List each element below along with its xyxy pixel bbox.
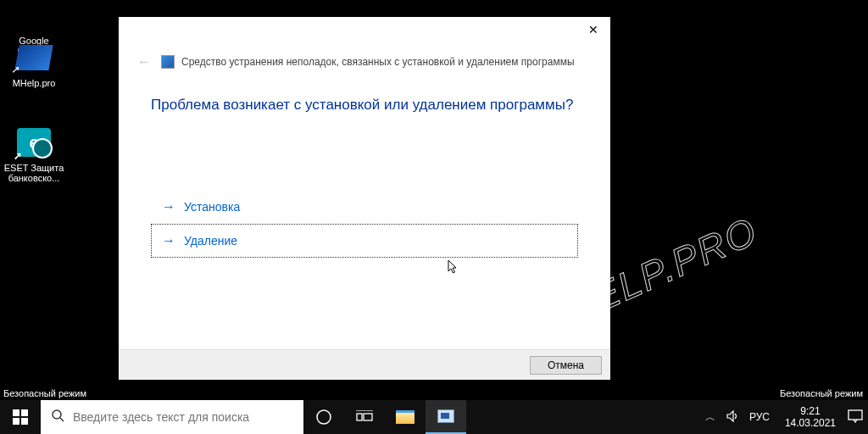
mhelp-icon bbox=[17, 41, 51, 75]
option-install[interactable]: → Установка bbox=[151, 190, 578, 224]
desktop-icon-mhelp[interactable]: MHelp.pro bbox=[2, 41, 66, 88]
search-icon bbox=[51, 409, 64, 426]
volume-icon bbox=[726, 409, 739, 423]
tray-overflow-button[interactable]: ︿ bbox=[702, 410, 719, 425]
dialog-footer: Отмена bbox=[119, 349, 610, 380]
close-button[interactable]: ✕ bbox=[576, 17, 610, 42]
cancel-button[interactable]: Отмена bbox=[530, 356, 602, 375]
desktop-icon-eset[interactable]: e ESET Защита банковско... bbox=[2, 125, 66, 183]
system-tray: ︿ РУС 9:21 14.03.2021 bbox=[697, 400, 868, 434]
svg-rect-10 bbox=[849, 410, 862, 420]
windows-logo-icon bbox=[13, 409, 28, 425]
language-indicator[interactable]: РУС bbox=[746, 411, 773, 423]
option-label: Удаление bbox=[184, 234, 237, 248]
svg-rect-7 bbox=[357, 414, 362, 420]
svg-rect-3 bbox=[21, 418, 28, 425]
taskbar-item-troubleshooter[interactable] bbox=[426, 400, 466, 434]
taskbar-time: 9:21 bbox=[785, 405, 836, 417]
dialog-header: ← Средство устранения неполадок, связанн… bbox=[119, 51, 610, 81]
svg-rect-0 bbox=[13, 409, 19, 416]
option-list: → Установка → Удаление bbox=[151, 190, 578, 258]
eset-icon: e bbox=[17, 125, 51, 159]
desktop-icon-label: ESET Защита банковско... bbox=[2, 163, 66, 183]
chevron-up-icon: ︿ bbox=[705, 411, 715, 423]
task-view-button[interactable] bbox=[344, 400, 385, 434]
option-label: Установка bbox=[184, 200, 240, 214]
arrow-right-icon: → bbox=[162, 199, 175, 214]
svg-rect-1 bbox=[21, 409, 28, 416]
chrome-icon bbox=[17, 0, 51, 32]
taskbar-spacer bbox=[466, 400, 697, 434]
taskbar-date: 14.03.2021 bbox=[785, 417, 836, 429]
taskbar: ︿ РУС 9:21 14.03.2021 bbox=[0, 400, 868, 434]
svg-rect-2 bbox=[13, 418, 19, 425]
taskbar-search[interactable] bbox=[41, 400, 303, 434]
task-view-icon bbox=[356, 410, 373, 424]
option-uninstall[interactable]: → Удаление bbox=[151, 224, 578, 258]
svg-point-4 bbox=[53, 410, 61, 419]
close-icon: ✕ bbox=[588, 23, 598, 36]
cortana-icon bbox=[315, 409, 332, 426]
action-center-icon bbox=[848, 409, 863, 423]
troubleshooter-app-icon bbox=[161, 55, 175, 69]
dialog-question: Проблема возникает с установкой или удал… bbox=[151, 97, 578, 114]
volume-button[interactable] bbox=[726, 409, 739, 426]
safe-mode-label-bl: Безопасный режим bbox=[3, 388, 86, 398]
file-explorer-icon bbox=[396, 410, 415, 424]
svg-point-6 bbox=[317, 410, 331, 424]
desktop-icon-label: MHelp.pro bbox=[2, 78, 66, 88]
taskbar-clock[interactable]: 9:21 14.03.2021 bbox=[780, 405, 841, 430]
troubleshooter-dialog: ✕ ← Средство устранения неполадок, связа… bbox=[119, 17, 610, 380]
taskbar-item-file-explorer[interactable] bbox=[385, 400, 426, 434]
troubleshooter-icon bbox=[437, 409, 454, 423]
svg-line-5 bbox=[60, 418, 64, 421]
search-input[interactable] bbox=[73, 410, 293, 424]
dialog-titlebar[interactable]: ✕ bbox=[119, 17, 610, 51]
dialog-title: Средство устранения неполадок, связанных… bbox=[181, 56, 575, 68]
start-button[interactable] bbox=[0, 400, 41, 434]
cortana-button[interactable] bbox=[303, 400, 344, 434]
back-arrow-icon[interactable]: ← bbox=[134, 51, 154, 73]
svg-rect-8 bbox=[364, 414, 372, 420]
action-center-button[interactable] bbox=[848, 409, 863, 426]
safe-mode-label-br: Безопасный режим bbox=[780, 388, 863, 398]
desktop: Google Chrome MHelp.pro e ESET Защита ба… bbox=[0, 0, 868, 434]
arrow-right-icon: → bbox=[162, 233, 175, 248]
